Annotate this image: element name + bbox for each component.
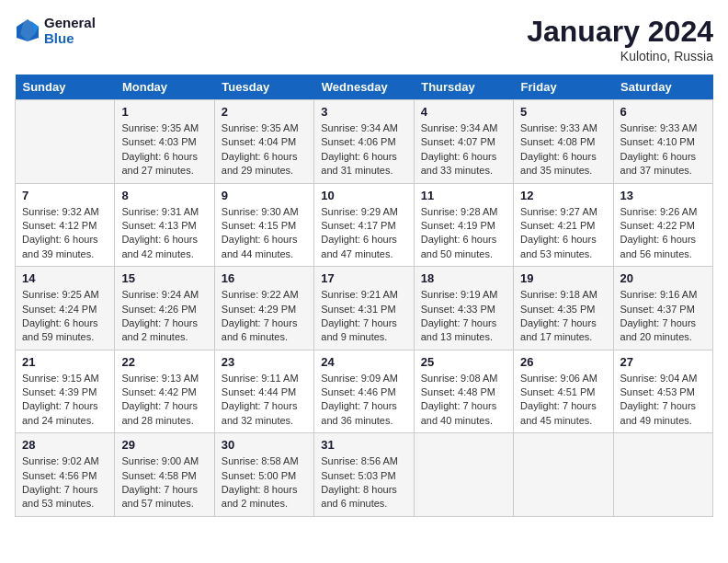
calendar-cell: 4Sunrise: 9:34 AMSunset: 4:07 PMDaylight… xyxy=(414,100,513,184)
day-info: Sunrise: 9:06 AMSunset: 4:51 PMDaylight:… xyxy=(520,372,606,429)
day-number: 2 xyxy=(222,105,307,119)
calendar-cell: 7Sunrise: 9:32 AMSunset: 4:12 PMDaylight… xyxy=(16,183,115,267)
day-number: 30 xyxy=(222,438,307,452)
calendar-header: SundayMondayTuesdayWednesdayThursdayFrid… xyxy=(16,75,713,100)
calendar-week-2: 7Sunrise: 9:32 AMSunset: 4:12 PMDaylight… xyxy=(16,183,713,267)
day-number: 18 xyxy=(421,271,506,285)
day-number: 29 xyxy=(121,438,207,452)
day-info: Sunrise: 8:58 AMSunset: 5:00 PMDaylight:… xyxy=(222,454,307,511)
calendar-cell: 9Sunrise: 9:30 AMSunset: 4:15 PMDaylight… xyxy=(214,183,313,267)
day-info: Sunrise: 9:25 AMSunset: 4:24 PMDaylight:… xyxy=(22,288,108,345)
day-number: 8 xyxy=(121,189,207,202)
calendar-cell: 11Sunrise: 9:28 AMSunset: 4:19 PMDayligh… xyxy=(414,183,513,267)
day-number: 12 xyxy=(520,189,606,202)
day-info: Sunrise: 9:11 AMSunset: 4:44 PMDaylight:… xyxy=(222,372,307,429)
calendar-cell: 27Sunrise: 9:04 AMSunset: 4:53 PMDayligh… xyxy=(613,350,712,433)
day-number: 5 xyxy=(520,105,606,119)
day-info: Sunrise: 9:08 AMSunset: 4:48 PMDaylight:… xyxy=(421,372,506,429)
calendar-cell: 16Sunrise: 9:22 AMSunset: 4:29 PMDayligh… xyxy=(214,267,313,350)
subtitle: Kulotino, Russia xyxy=(527,49,713,63)
day-number: 15 xyxy=(121,271,207,285)
day-number: 7 xyxy=(22,189,108,202)
day-number: 24 xyxy=(321,355,406,369)
calendar-cell: 13Sunrise: 9:26 AMSunset: 4:22 PMDayligh… xyxy=(613,183,712,267)
weekday-header-tuesday: Tuesday xyxy=(214,75,313,100)
day-info: Sunrise: 9:27 AMSunset: 4:21 PMDaylight:… xyxy=(520,205,606,262)
calendar-cell: 22Sunrise: 9:13 AMSunset: 4:42 PMDayligh… xyxy=(115,350,214,433)
calendar-cell: 6Sunrise: 9:33 AMSunset: 4:10 PMDaylight… xyxy=(613,100,712,184)
day-number: 1 xyxy=(121,105,207,119)
calendar-cell: 8Sunrise: 9:31 AMSunset: 4:13 PMDaylight… xyxy=(115,183,214,267)
day-number: 22 xyxy=(121,355,207,369)
day-number: 16 xyxy=(222,271,307,285)
calendar-cell: 2Sunrise: 9:35 AMSunset: 4:04 PMDaylight… xyxy=(214,100,313,184)
day-info: Sunrise: 9:26 AMSunset: 4:22 PMDaylight:… xyxy=(620,205,706,262)
day-number: 9 xyxy=(222,189,307,202)
calendar-cell: 31Sunrise: 8:56 AMSunset: 5:03 PMDayligh… xyxy=(314,433,414,517)
title-block: January 2024 Kulotino, Russia xyxy=(527,15,713,63)
calendar-cell: 10Sunrise: 9:29 AMSunset: 4:17 PMDayligh… xyxy=(314,183,414,267)
day-info: Sunrise: 9:04 AMSunset: 4:53 PMDaylight:… xyxy=(620,372,706,429)
day-info: Sunrise: 9:35 AMSunset: 4:03 PMDaylight:… xyxy=(121,121,207,178)
calendar-cell: 23Sunrise: 9:11 AMSunset: 4:44 PMDayligh… xyxy=(214,350,313,433)
day-info: Sunrise: 9:24 AMSunset: 4:26 PMDaylight:… xyxy=(121,288,207,345)
day-number: 10 xyxy=(321,189,406,202)
day-number: 21 xyxy=(22,355,108,369)
calendar-cell: 28Sunrise: 9:02 AMSunset: 4:56 PMDayligh… xyxy=(16,433,115,517)
day-info: Sunrise: 9:19 AMSunset: 4:33 PMDaylight:… xyxy=(421,288,506,345)
day-info: Sunrise: 9:22 AMSunset: 4:29 PMDaylight:… xyxy=(222,288,307,345)
day-number: 27 xyxy=(620,355,706,369)
day-info: Sunrise: 9:13 AMSunset: 4:42 PMDaylight:… xyxy=(121,372,207,429)
page-header: General Blue January 2024 Kulotino, Russ… xyxy=(15,15,713,63)
calendar-cell: 1Sunrise: 9:35 AMSunset: 4:03 PMDaylight… xyxy=(115,100,214,184)
day-number: 17 xyxy=(321,271,406,285)
day-info: Sunrise: 9:31 AMSunset: 4:13 PMDaylight:… xyxy=(121,205,207,262)
logo-icon xyxy=(15,17,40,43)
calendar-cell: 18Sunrise: 9:19 AMSunset: 4:33 PMDayligh… xyxy=(414,267,513,350)
day-number: 25 xyxy=(421,355,506,369)
day-info: Sunrise: 9:30 AMSunset: 4:15 PMDaylight:… xyxy=(222,205,307,262)
day-info: Sunrise: 9:09 AMSunset: 4:46 PMDaylight:… xyxy=(321,372,406,429)
day-number: 20 xyxy=(620,271,706,285)
day-number: 19 xyxy=(520,271,606,285)
calendar-cell: 19Sunrise: 9:18 AMSunset: 4:35 PMDayligh… xyxy=(514,267,613,350)
calendar-table: SundayMondayTuesdayWednesdayThursdayFrid… xyxy=(15,75,713,517)
calendar-cell: 17Sunrise: 9:21 AMSunset: 4:31 PMDayligh… xyxy=(314,267,414,350)
logo: General Blue xyxy=(15,15,96,46)
weekday-header-sunday: Sunday xyxy=(16,75,115,100)
calendar-cell: 3Sunrise: 9:34 AMSunset: 4:06 PMDaylight… xyxy=(314,100,414,184)
day-number: 6 xyxy=(620,105,706,119)
calendar-cell xyxy=(16,100,115,184)
day-info: Sunrise: 9:33 AMSunset: 4:10 PMDaylight:… xyxy=(620,121,706,178)
calendar-cell: 15Sunrise: 9:24 AMSunset: 4:26 PMDayligh… xyxy=(115,267,214,350)
calendar-cell: 21Sunrise: 9:15 AMSunset: 4:39 PMDayligh… xyxy=(16,350,115,433)
calendar-week-3: 14Sunrise: 9:25 AMSunset: 4:24 PMDayligh… xyxy=(16,267,713,350)
day-info: Sunrise: 9:34 AMSunset: 4:06 PMDaylight:… xyxy=(321,121,406,178)
day-info: Sunrise: 9:28 AMSunset: 4:19 PMDaylight:… xyxy=(421,205,506,262)
calendar-cell xyxy=(613,433,712,517)
logo-text: General Blue xyxy=(44,15,96,46)
day-info: Sunrise: 9:29 AMSunset: 4:17 PMDaylight:… xyxy=(321,205,406,262)
calendar-week-4: 21Sunrise: 9:15 AMSunset: 4:39 PMDayligh… xyxy=(16,350,713,433)
day-info: Sunrise: 9:21 AMSunset: 4:31 PMDaylight:… xyxy=(321,288,406,345)
calendar-cell: 24Sunrise: 9:09 AMSunset: 4:46 PMDayligh… xyxy=(314,350,414,433)
weekday-header-wednesday: Wednesday xyxy=(314,75,414,100)
day-info: Sunrise: 9:18 AMSunset: 4:35 PMDaylight:… xyxy=(520,288,606,345)
calendar-cell: 20Sunrise: 9:16 AMSunset: 4:37 PMDayligh… xyxy=(613,267,712,350)
day-number: 13 xyxy=(620,189,706,202)
day-info: Sunrise: 9:15 AMSunset: 4:39 PMDaylight:… xyxy=(22,372,108,429)
day-info: Sunrise: 9:32 AMSunset: 4:12 PMDaylight:… xyxy=(22,205,108,262)
day-info: Sunrise: 9:02 AMSunset: 4:56 PMDaylight:… xyxy=(22,454,108,511)
calendar-cell: 25Sunrise: 9:08 AMSunset: 4:48 PMDayligh… xyxy=(414,350,513,433)
day-number: 14 xyxy=(22,271,108,285)
calendar-cell: 5Sunrise: 9:33 AMSunset: 4:08 PMDaylight… xyxy=(514,100,613,184)
day-number: 28 xyxy=(22,438,108,452)
day-number: 31 xyxy=(321,438,406,452)
calendar-cell: 26Sunrise: 9:06 AMSunset: 4:51 PMDayligh… xyxy=(514,350,613,433)
weekday-header-thursday: Thursday xyxy=(414,75,513,100)
day-number: 4 xyxy=(421,105,506,119)
calendar-week-1: 1Sunrise: 9:35 AMSunset: 4:03 PMDaylight… xyxy=(16,100,713,184)
day-info: Sunrise: 9:33 AMSunset: 4:08 PMDaylight:… xyxy=(520,121,606,178)
calendar-cell: 12Sunrise: 9:27 AMSunset: 4:21 PMDayligh… xyxy=(514,183,613,267)
weekday-header-monday: Monday xyxy=(115,75,214,100)
